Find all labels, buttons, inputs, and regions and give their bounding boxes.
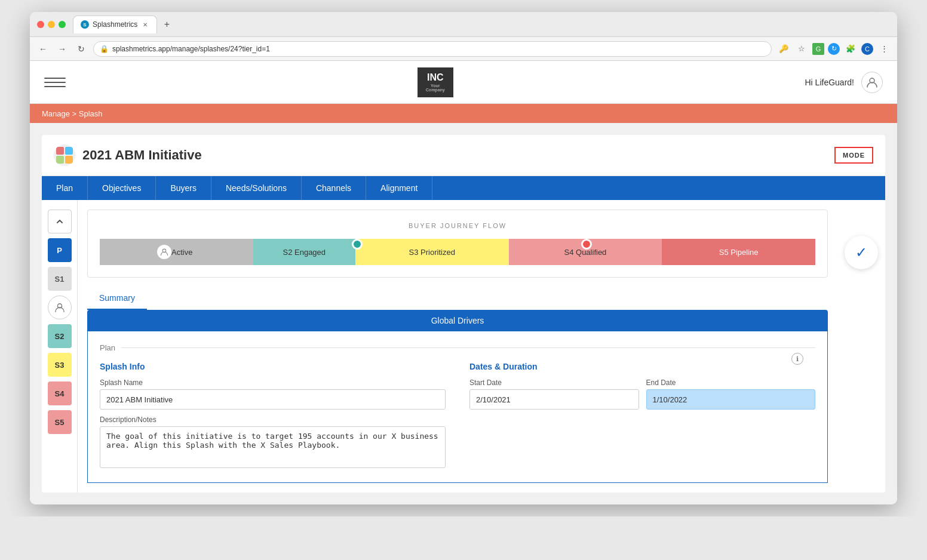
page-card: 2021 ABM Initiative MODE Plan Objectives… xyxy=(42,135,885,493)
page-header-row: 2021 ABM Initiative MODE xyxy=(42,135,885,176)
start-date-field: Start Date xyxy=(469,379,639,410)
stage-s5[interactable]: S5 Pipeline xyxy=(662,239,815,265)
active-browser-tab[interactable]: S Splashmetrics ✕ xyxy=(73,16,157,33)
greeting-text: Hi LifeGuard! xyxy=(805,78,854,87)
icon-quad-1 xyxy=(56,147,64,155)
back-button[interactable]: ← xyxy=(36,42,50,56)
desc-textarea[interactable]: The goal of this initiative is to target… xyxy=(100,426,446,468)
tab-plan[interactable]: Plan xyxy=(42,176,88,200)
splash-name-label: Splash Name xyxy=(100,379,446,387)
tab-objectives[interactable]: Objectives xyxy=(88,176,156,200)
hamburger-line xyxy=(44,78,66,79)
icon-quad-4 xyxy=(65,156,73,164)
browser-toolbar: ← → ↻ 🔒 splashmetrics.app/manage/splashe… xyxy=(30,37,897,61)
plan-divider: Plan xyxy=(100,343,815,352)
icon-quad-2 xyxy=(65,147,73,155)
splash-name-input[interactable] xyxy=(100,389,446,410)
tab-alignment[interactable]: Alignment xyxy=(366,176,432,200)
page-title: 2021 ABM Initiative xyxy=(82,147,202,163)
drivers-content-inner: Plan ℹ Splash Info Splash Name xyxy=(100,343,815,470)
icon-quad-3 xyxy=(56,156,64,164)
journey-dot-red xyxy=(581,239,592,250)
check-area: ✓ xyxy=(837,200,885,493)
menu-icon[interactable]: ⋮ xyxy=(877,42,891,56)
close-traffic-light[interactable] xyxy=(37,21,44,28)
start-date-input[interactable] xyxy=(469,389,639,410)
journey-flow-wrapper: S1 Active S2 Engaged xyxy=(100,239,815,265)
stage-s1[interactable]: S1 Active xyxy=(100,239,253,265)
company-logo: INC YourCompany xyxy=(418,67,453,97)
stage-s3[interactable]: S3 Prioritized xyxy=(355,239,509,265)
breadcrumb-bar: Manage > Splash xyxy=(30,104,897,123)
sidebar-item-s2[interactable]: S2 xyxy=(48,324,72,348)
info-icon[interactable]: ℹ xyxy=(791,353,803,365)
forward-button[interactable]: → xyxy=(55,42,69,56)
sidebar-item-s3[interactable]: S3 xyxy=(48,353,72,377)
logo-subtext: YourCompany xyxy=(426,84,445,92)
hamburger-line xyxy=(44,82,66,83)
journey-container: BUYER JOURNEY FLOW S1 Active xyxy=(87,210,828,278)
mode-button[interactable]: MODE xyxy=(834,147,873,164)
reload-button[interactable]: ↻ xyxy=(74,42,88,56)
plan-label: Plan xyxy=(100,343,115,352)
page-title-area: 2021 ABM Initiative xyxy=(54,144,202,166)
sidebar-item-p[interactable]: P xyxy=(48,238,72,262)
sidebar-item-s1[interactable]: S1 xyxy=(48,267,72,291)
hamburger-button[interactable] xyxy=(44,72,66,93)
start-date-label: Start Date xyxy=(469,379,639,387)
sidebar: P S1 S2 S3 S4 S5 xyxy=(42,200,78,493)
desc-label: Description/Notes xyxy=(100,416,446,424)
drivers-content: Plan ℹ Splash Info Splash Name xyxy=(87,331,828,483)
check-button[interactable]: ✓ xyxy=(845,236,878,269)
key-icon[interactable]: 🔑 xyxy=(776,42,791,56)
tab-channels[interactable]: Channels xyxy=(302,176,366,200)
sidebar-item-s4[interactable]: S4 xyxy=(48,381,72,405)
header-right: Hi LifeGuard! xyxy=(805,72,883,93)
tab-summary[interactable]: Summary xyxy=(87,287,147,310)
tab-buyers[interactable]: Buyers xyxy=(156,176,211,200)
minimize-traffic-light[interactable] xyxy=(48,21,55,28)
url-text: splashmetrics.app/manage/splashes/24?tie… xyxy=(112,45,765,53)
sidebar-person-icon[interactable] xyxy=(48,296,72,319)
end-date-input[interactable] xyxy=(646,389,816,410)
content-area: BUYER JOURNEY FLOW S1 Active xyxy=(78,200,837,493)
browser-window: S Splashmetrics ✕ + ← → ↻ 🔒 splashmetric… xyxy=(30,12,897,504)
summary-tabs: Summary xyxy=(87,287,828,310)
tab-close-button[interactable]: ✕ xyxy=(141,20,149,29)
tab-needs-solutions[interactable]: Needs/Solutions xyxy=(211,176,302,200)
divider-line xyxy=(121,347,815,348)
sidebar-item-s5[interactable]: S5 xyxy=(48,410,72,434)
end-date-label: End Date xyxy=(646,379,816,387)
end-date-field: End Date xyxy=(646,379,816,410)
nav-tabs: Plan Objectives Buyers Needs/Solutions C… xyxy=(42,176,885,200)
profile-icon[interactable]: C xyxy=(861,43,873,55)
dates-title: Dates & Duration xyxy=(469,362,815,371)
sync-icon[interactable]: ↻ xyxy=(828,43,840,55)
new-tab-button[interactable]: + xyxy=(159,17,174,32)
toolbar-icons: 🔑 ☆ G ↻ 🧩 C ⋮ xyxy=(776,42,891,56)
splash-info-col: Splash Info Splash Name Description/Note… xyxy=(100,362,446,470)
splash-info-title: Splash Info xyxy=(100,362,446,371)
browser-titlebar: S Splashmetrics ✕ + xyxy=(30,12,897,37)
breadcrumb: Manage > Splash xyxy=(42,109,103,118)
tab-favicon: S xyxy=(81,20,89,29)
stage-s2[interactable]: S2 Engaged xyxy=(253,239,355,265)
star-icon[interactable]: ☆ xyxy=(794,42,809,56)
address-bar[interactable]: 🔒 splashmetrics.app/manage/splashes/24?t… xyxy=(93,41,772,57)
check-icon: ✓ xyxy=(855,244,867,261)
initiative-icon xyxy=(54,144,75,166)
extension-icon[interactable]: G xyxy=(812,43,824,55)
page-content: 2021 ABM Initiative MODE Plan Objectives… xyxy=(30,123,897,504)
journey-label: BUYER JOURNEY FLOW xyxy=(100,222,815,229)
sidebar-up-button[interactable] xyxy=(48,210,72,233)
app-header: INC YourCompany Hi LifeGuard! xyxy=(30,61,897,104)
puzzle-icon[interactable]: 🧩 xyxy=(843,42,858,56)
maximize-traffic-light[interactable] xyxy=(59,21,66,28)
user-avatar[interactable] xyxy=(861,72,883,93)
stage-s2-label: S2 Engaged xyxy=(283,248,326,257)
dates-row: Start Date End Date xyxy=(469,379,815,410)
traffic-lights xyxy=(37,21,66,28)
stage-s3-label: S3 Prioritized xyxy=(409,248,455,257)
info-row: Splash Info Splash Name Description/Note… xyxy=(100,362,815,470)
main-layout: P S1 S2 S3 S4 S5 xyxy=(42,200,885,493)
